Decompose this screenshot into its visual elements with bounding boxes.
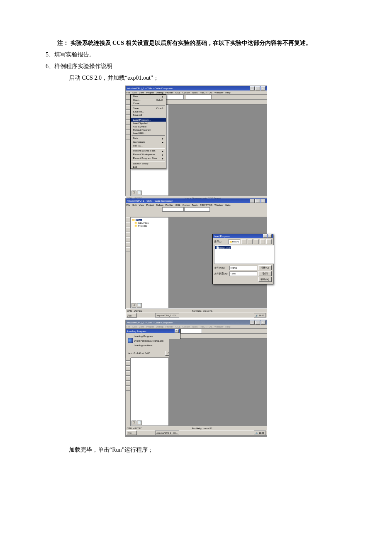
menu-item-load-program[interactable]: Load Program...	[131, 118, 166, 122]
menu-item-load-gel[interactable]: Load GEL...	[131, 132, 166, 135]
sb-btn[interactable]	[126, 371, 130, 376]
taskbar-item[interactable]: /wipdsw/CPU_1 - C5...	[155, 313, 179, 318]
tree-gel[interactable]: GEL Files	[132, 221, 168, 224]
minimize-button[interactable]: _	[250, 86, 255, 90]
maximize-button[interactable]: □	[255, 199, 260, 203]
panel-tab-icon[interactable]: ☐	[131, 303, 136, 308]
ql-icon[interactable]	[138, 313, 143, 318]
tool-copy-icon[interactable]	[150, 207, 155, 212]
window-titlebar[interactable]: /wipdsw/CPU_1 - C54x - Code Composer _ □…	[126, 86, 267, 90]
minimize-button[interactable]: _	[250, 320, 255, 325]
tool-icon[interactable]	[180, 334, 185, 338]
window-titlebar[interactable]: /wipdsw/CPU_1 - C54x - Code Composer _ □…	[126, 320, 267, 325]
menu-item-save-all[interactable]: Save All	[131, 113, 166, 117]
tool-new-icon[interactable]	[127, 207, 131, 212]
new-folder-icon[interactable]	[254, 239, 259, 244]
tool-icon[interactable]	[208, 329, 213, 333]
menu-gel[interactable]: GEL	[175, 204, 180, 206]
menu-help[interactable]: Help	[225, 91, 230, 94]
lookin-combo[interactable]: 📁exp01	[228, 240, 240, 244]
tool-paste-icon[interactable]	[155, 207, 160, 212]
filename-input[interactable]: exp01	[229, 266, 257, 270]
tool-icon[interactable]	[191, 334, 196, 338]
menu-item-load-symbol[interactable]: Load Symbol...	[131, 122, 166, 125]
menu-item-launch-setup[interactable]: Launch Setup	[131, 162, 166, 165]
ql-icon[interactable]	[144, 430, 149, 435]
help-button[interactable]: 帮助(H)	[258, 277, 272, 282]
menu-profiler[interactable]: Profiler	[166, 91, 173, 94]
menu-item-recent-wsp[interactable]: Recent Workspaces▸	[131, 153, 166, 156]
system-tray[interactable]: 🔊16:30	[254, 313, 266, 318]
menu-window[interactable]: Window	[214, 204, 223, 206]
tool-icon[interactable]	[202, 329, 207, 333]
tool-open-icon[interactable]	[132, 207, 137, 212]
maximize-button[interactable]: □	[255, 86, 260, 90]
menu-profiler[interactable]: Profiler	[166, 204, 173, 206]
sb-btn[interactable]	[126, 381, 130, 386]
menu-option[interactable]: Option	[183, 91, 190, 94]
sb-btn[interactable]	[126, 227, 130, 232]
sb-btn[interactable]	[126, 247, 130, 252]
menu-item-save[interactable]: SaveCtrl+S	[131, 107, 166, 110]
tool-icon[interactable]	[197, 334, 202, 338]
tree-projects[interactable]: Projects	[132, 224, 168, 227]
tool-save-icon[interactable]	[137, 207, 142, 212]
menu-item-open[interactable]: Open...Ctrl+O	[131, 98, 166, 102]
tool-icon[interactable]	[229, 329, 234, 333]
tool-icon[interactable]	[143, 212, 148, 217]
tray-icon[interactable]: 🔊	[256, 432, 258, 434]
sb-btn[interactable]	[126, 222, 130, 227]
panel-tab-icon[interactable]: ☐	[131, 421, 136, 425]
menu-item-add-symbol[interactable]: Add Symbol	[131, 125, 166, 128]
detail-view-icon[interactable]	[266, 239, 271, 244]
menu-view[interactable]: View	[139, 204, 144, 206]
ql-icon[interactable]	[149, 313, 154, 318]
cancel-button[interactable]: 取消	[258, 271, 272, 276]
ql-icon[interactable]	[138, 430, 143, 435]
minimize-button[interactable]: _	[250, 199, 255, 203]
ql-icon[interactable]	[144, 313, 149, 318]
sb-btn[interactable]	[126, 218, 130, 222]
tool-icon[interactable]	[202, 334, 207, 338]
sb-btn[interactable]	[126, 366, 130, 371]
tool-icon[interactable]	[213, 329, 218, 333]
tool-icon[interactable]	[153, 212, 158, 217]
combo[interactable]	[180, 329, 202, 333]
tray-icon[interactable]: 🔊	[256, 314, 258, 317]
sb-btn[interactable]	[126, 105, 130, 110]
dialog-help-icon[interactable]: ?	[263, 234, 267, 238]
tool-icon[interactable]	[219, 329, 224, 333]
panel-tab-icon[interactable]: 📄	[137, 191, 142, 195]
menu-window[interactable]: Window	[214, 91, 223, 94]
menu-help[interactable]: Help	[225, 204, 230, 206]
sb-btn[interactable]	[126, 115, 130, 120]
config-combo[interactable]	[186, 95, 212, 99]
menu-item-recent-src[interactable]: Recent Source Files▸	[131, 149, 166, 153]
tool-icon[interactable]	[148, 212, 153, 217]
menu-file[interactable]: File	[127, 91, 131, 94]
sb-btn[interactable]	[126, 135, 130, 139]
file-list[interactable]: 📄exp01.out	[214, 245, 274, 264]
menu-edit[interactable]: Edit	[132, 91, 136, 94]
menubar[interactable]: File Edit View Project Debug Profiler GE…	[126, 203, 267, 207]
dialog-titlebar[interactable]: Load Program ?×	[213, 234, 273, 238]
tool-icon[interactable]	[159, 212, 164, 217]
menu-project[interactable]: Project	[146, 204, 154, 206]
menu-item-workspace[interactable]: Workspace▸	[131, 140, 166, 144]
sb-btn[interactable]	[126, 242, 130, 247]
sb-btn[interactable]	[126, 376, 130, 381]
sb-btn[interactable]	[126, 130, 130, 134]
menu-pbc[interactable]: PBC/RTOS	[200, 204, 212, 206]
tool-cut-icon[interactable]	[144, 207, 149, 212]
menu-gel[interactable]: GEL	[175, 91, 180, 94]
menu-tools[interactable]: Tools	[192, 204, 198, 206]
dialog-close-icon[interactable]: ×	[175, 329, 179, 333]
menu-item-save-as[interactable]: Save As...	[131, 110, 166, 113]
tool-icon[interactable]	[224, 329, 229, 333]
desktop-icon[interactable]	[248, 239, 253, 244]
system-tray[interactable]: 🔊16:35	[254, 430, 266, 435]
menu-item-data[interactable]: Data▸	[131, 137, 166, 140]
sb-btn[interactable]	[126, 110, 130, 115]
tool-icon[interactable]	[186, 334, 191, 338]
menu-tools[interactable]: Tools	[192, 91, 198, 94]
